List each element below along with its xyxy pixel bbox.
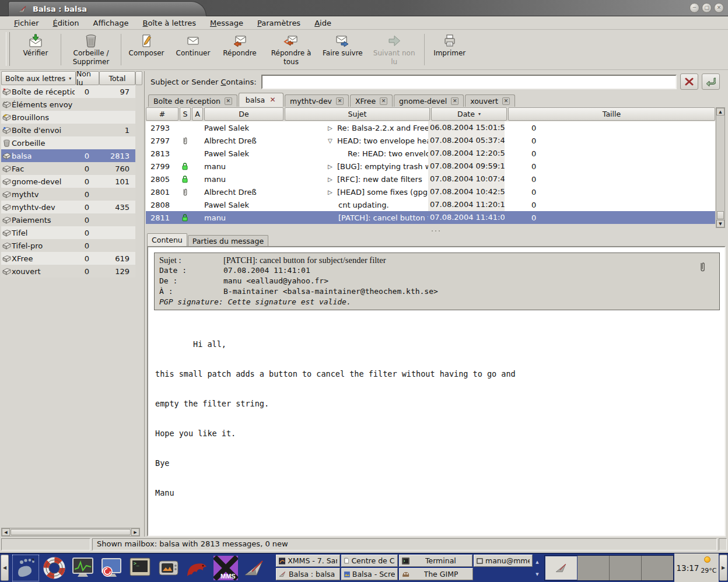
- column-header-mailboxes[interactable]: Boîte aux lettres▾: [1, 71, 76, 85]
- minimize-button[interactable]: ─: [690, 3, 699, 13]
- scrollbar-thumb[interactable]: [717, 211, 724, 219]
- mailbox-row-drafts[interactable]: Brouillons: [1, 111, 135, 124]
- scroll-down-icon[interactable]: ▼: [716, 220, 724, 227]
- scroll-left-icon[interactable]: ◀: [2, 528, 10, 536]
- mailbox-row-balsa[interactable]: balsa 0 2813: [1, 149, 135, 162]
- message-row[interactable]: 2799 manu ▷[BUG]: emptying trash will di…: [146, 160, 715, 173]
- video-tv-launcher[interactable]: [156, 555, 181, 581]
- reply-button[interactable]: Répondre: [216, 32, 263, 58]
- taskbar-window-manu-terminal[interactable]: manu@mmedi: [474, 555, 533, 567]
- message-row[interactable]: 2793 Pawel Salek ▷Re: Balsa-2.2.x and Fr…: [146, 121, 715, 134]
- taskbar-window-gimp[interactable]: The GIMP: [399, 568, 473, 580]
- menu-affichage[interactable]: Affichage: [86, 17, 135, 29]
- toolbar-handle[interactable]: [6, 32, 10, 66]
- panel-hide-right-button[interactable]: ▶: [719, 555, 727, 581]
- mailbox-row-tifel[interactable]: Tifel 0: [1, 226, 135, 239]
- mailbox-row-gnome-devel[interactable]: gnome-devel 0 101: [1, 175, 135, 188]
- attachment-paperclip-icon[interactable]: [699, 261, 706, 275]
- screen-session-launcher[interactable]: [99, 555, 124, 581]
- tab-gnome-devel[interactable]: gnome-devel✕: [394, 94, 464, 107]
- mailbox-row-sent[interactable]: Éléments envoy: [1, 98, 135, 111]
- taskbar-window-xmms[interactable]: XMMS - 7. San: [276, 555, 340, 567]
- column-header-date[interactable]: Date▾: [431, 107, 507, 121]
- filter-clear-button[interactable]: [680, 73, 698, 90]
- mozilla-launcher[interactable]: [184, 555, 210, 581]
- tab-contenu[interactable]: Contenu: [147, 233, 187, 246]
- message-row[interactable]: 2797 Albrecht Dreß ▽HEAD: two envelope h…: [146, 134, 715, 147]
- column-header-subject[interactable]: Sujet: [285, 107, 430, 121]
- message-row[interactable]: 2813 Pawel Salek Re: HEAD: two envelope …: [146, 147, 715, 160]
- mailbox-row-fac[interactable]: Fac 0 760: [1, 162, 135, 175]
- message-row[interactable]: 2805 manu ▷[RFC]: new date filters 07.08…: [146, 173, 715, 185]
- forward-button[interactable]: Faire suivre: [319, 32, 366, 58]
- message-list-scrollbar[interactable]: ▲ ▼: [716, 107, 725, 228]
- terminal-launcher[interactable]: >_: [127, 555, 153, 581]
- mailbox-row-paiements[interactable]: Paiements 0: [1, 213, 135, 226]
- scrollbar-thumb[interactable]: [10, 529, 131, 535]
- tab-close-icon[interactable]: ✕: [336, 97, 344, 105]
- tab-close-icon[interactable]: ✕: [380, 97, 387, 105]
- filter-apply-button[interactable]: [702, 73, 720, 90]
- column-header-total[interactable]: Total: [99, 71, 135, 85]
- message-row[interactable]: 2801 Albrecht Dreß ▷[HEAD] some fixes (g…: [146, 185, 715, 198]
- check-mail-button[interactable]: Vérifier: [12, 32, 59, 58]
- scroll-right-icon[interactable]: ▶: [131, 528, 139, 536]
- mailbox-row-mythtv-dev[interactable]: mythtv-dev 0 435: [1, 201, 135, 213]
- thread-expand-icon[interactable]: ▷: [328, 176, 337, 183]
- column-header-status[interactable]: S: [180, 107, 191, 121]
- tab-close-icon[interactable]: ✕: [269, 96, 276, 104]
- menu-parametres[interactable]: Paramètres: [250, 17, 307, 29]
- column-header-from[interactable]: De: [204, 107, 284, 121]
- workspace-2[interactable]: [578, 556, 610, 580]
- panel-hide-left-button[interactable]: ◀: [1, 555, 9, 581]
- column-header-number[interactable]: #: [146, 107, 178, 121]
- trash-delete-button[interactable]: Corbeille / Supprimer: [63, 32, 119, 66]
- reply-all-button[interactable]: Répondre à tous: [263, 32, 319, 66]
- filter-input[interactable]: [261, 75, 677, 89]
- taskbar-window-balsa[interactable]: Balsa : balsa: [276, 568, 340, 580]
- workspace-4[interactable]: [642, 556, 673, 580]
- gnome-menu-launcher[interactable]: [13, 555, 38, 581]
- scroll-up-icon[interactable]: ▲: [716, 108, 724, 115]
- tab-xfree[interactable]: XFree✕: [350, 94, 393, 107]
- tab-close-icon[interactable]: ✕: [451, 97, 459, 105]
- tab-xouvert[interactable]: xouvert✕: [465, 94, 515, 107]
- window-list-scroller[interactable]: ▲ ▼: [534, 556, 540, 580]
- workspace-3[interactable]: [610, 556, 642, 580]
- tab-boite-de-reception[interactable]: Boîte de réception✕: [148, 94, 237, 107]
- taskbar-window-balsa-screenshot[interactable]: Balsa - Screen: [341, 568, 398, 580]
- thread-expand-icon[interactable]: ▷: [328, 125, 337, 131]
- mailbox-row-xfree[interactable]: XFree 0 619: [1, 252, 135, 265]
- window-title-tab[interactable]: Balsa : balsa: [8, 1, 206, 16]
- help-launcher[interactable]: [41, 555, 67, 581]
- close-button[interactable]: ✕: [714, 3, 724, 13]
- taskbar-window-control-center[interactable]: Centre de Cont: [341, 555, 398, 567]
- tab-close-icon[interactable]: ✕: [502, 97, 510, 105]
- menu-fichier[interactable]: Fichier: [7, 17, 46, 29]
- thread-expand-icon[interactable]: ▷: [328, 189, 337, 195]
- menu-edition[interactable]: Édition: [46, 17, 86, 29]
- workspace-1[interactable]: [545, 556, 578, 580]
- mailbox-row-mythtv[interactable]: mythtv 0: [1, 188, 135, 201]
- continue-button[interactable]: Continuer: [170, 32, 216, 58]
- menu-aide[interactable]: Aide: [307, 17, 338, 29]
- resize-grip[interactable]: [719, 538, 727, 551]
- mailbox-row-tifel-pro[interactable]: Tifel-pro 0: [1, 239, 135, 252]
- window-titlebar[interactable]: Balsa : balsa ─ ▢ ✕: [0, 0, 728, 16]
- tab-parties-du-message[interactable]: Parties du message: [188, 235, 268, 246]
- thread-expand-icon[interactable]: ▷: [328, 163, 337, 170]
- system-monitor-launcher[interactable]: [70, 555, 96, 581]
- tab-close-icon[interactable]: ✕: [225, 97, 232, 105]
- tab-mythtv-dev[interactable]: mythtv-dev✕: [285, 94, 349, 107]
- thread-collapse-icon[interactable]: ▽: [328, 138, 337, 144]
- message-row-selected[interactable]: 2811 manu [PATCH]: cancel button for sub…: [146, 211, 715, 224]
- menu-message[interactable]: Message: [203, 17, 250, 29]
- scroll-up-icon[interactable]: ▲: [536, 560, 538, 565]
- mailbox-row-trash[interactable]: Corbeille: [1, 136, 135, 149]
- mailbox-row-inbox[interactable]: Boîte de réceptio 0 97: [1, 85, 135, 98]
- print-button[interactable]: Imprimer: [426, 32, 473, 58]
- clock-applet[interactable]: 13:17 29°C: [674, 553, 719, 582]
- mailbox-row-outbox[interactable]: Boîte d'envoi 1: [1, 124, 135, 136]
- tab-balsa[interactable]: balsa✕: [239, 93, 284, 107]
- message-row[interactable]: 2808 Pawel Salek cnt updating. 07.08.200…: [146, 198, 715, 211]
